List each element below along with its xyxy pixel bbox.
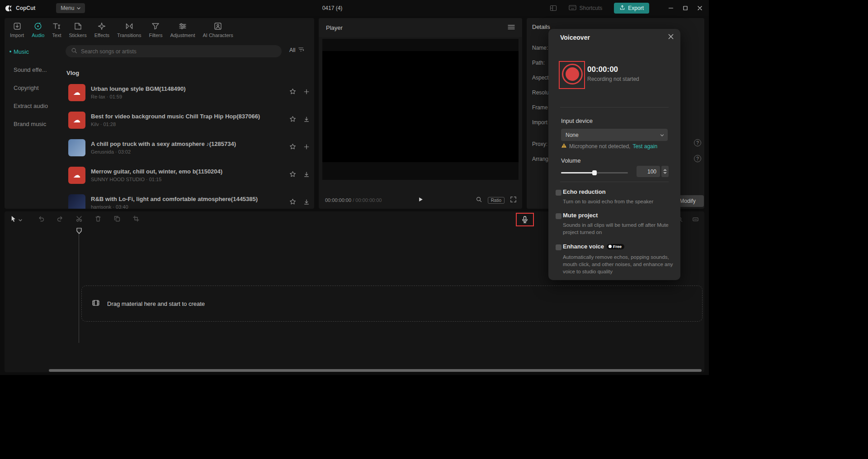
test-again-link[interactable]: Test again <box>632 143 657 150</box>
help-icon[interactable] <box>694 139 701 146</box>
playhead-line <box>79 234 79 343</box>
copy-icon[interactable] <box>113 215 121 224</box>
volume-slider[interactable] <box>561 172 628 173</box>
favorite-star-icon[interactable] <box>289 88 296 97</box>
detail-field-path: Path: <box>532 60 545 66</box>
sidebar-item-copyright[interactable]: Copyright <box>5 79 61 97</box>
stepper-up-icon[interactable] <box>663 169 667 171</box>
close-icon[interactable] <box>668 33 674 42</box>
filters-icon <box>151 22 160 31</box>
split-icon[interactable] <box>75 215 83 224</box>
song-title: R&B with Lo-Fi, light and comfortable at… <box>91 196 289 202</box>
favorite-star-icon[interactable] <box>289 143 296 152</box>
preview-zoom-icon[interactable] <box>476 196 482 205</box>
mic-warning: Microphone not detected, Test again <box>561 143 657 150</box>
cloud-music-logo-icon: ☁ <box>73 88 80 97</box>
volume-slider-thumb[interactable] <box>592 170 597 175</box>
list-item[interactable]: ☁ Urban lounge style BGM(1148490)Re·lax … <box>65 79 314 106</box>
sidebar-item-music[interactable]: Music <box>5 42 61 61</box>
undo-icon[interactable] <box>38 215 45 224</box>
download-icon[interactable] <box>303 199 310 207</box>
tab-effects[interactable]: Effects <box>94 22 109 38</box>
adjustment-icon <box>178 22 187 31</box>
horizontal-scrollbar[interactable] <box>49 369 702 372</box>
detail-field-arrangement: Arrang <box>532 156 548 162</box>
album-art: ☁ <box>68 167 85 184</box>
sort-filter-icon[interactable] <box>298 47 304 54</box>
add-icon[interactable] <box>303 89 310 97</box>
play-button[interactable] <box>417 196 424 205</box>
download-icon[interactable] <box>303 171 310 179</box>
audio-category-sidebar: Music Sound effe... Copyright Extract au… <box>5 42 61 133</box>
tab-stickers[interactable]: Stickers <box>69 22 87 38</box>
volume-stepper[interactable] <box>661 166 669 177</box>
chevron-down-icon <box>77 5 80 11</box>
crop-icon[interactable] <box>132 215 140 224</box>
stepper-down-icon[interactable] <box>663 172 667 174</box>
tab-import[interactable]: Import <box>10 22 24 38</box>
chevron-down-icon <box>19 215 22 224</box>
ratio-button[interactable]: Ratio <box>488 197 505 204</box>
timeline-dropzone[interactable]: Drag material here and start to create <box>81 286 703 322</box>
add-icon[interactable] <box>303 144 310 152</box>
list-item[interactable]: ☁ Best for video background music Chill … <box>65 106 314 134</box>
album-art: ☁ <box>68 84 85 101</box>
chevron-down-icon <box>660 132 664 138</box>
mute-project-label: Mute project <box>563 212 598 219</box>
annotation-record-button <box>559 61 585 89</box>
list-item[interactable]: R&B with Lo-Fi, light and comfortable at… <box>65 189 314 209</box>
export-button[interactable]: Export <box>614 3 649 14</box>
tab-text[interactable]: Text <box>52 22 61 38</box>
enhance-voice-checkbox[interactable] <box>556 244 561 250</box>
dropzone-text: Drag material here and start to create <box>107 300 205 307</box>
detail-field-framerate: Frame <box>532 104 548 111</box>
echo-reduction-desc: Turn on to avoid echo from the speaker <box>563 198 676 205</box>
menu-button[interactable]: Menu <box>56 3 85 13</box>
echo-reduction-label: Echo reduction <box>563 188 606 195</box>
mute-project-checkbox[interactable] <box>556 213 561 219</box>
list-item[interactable]: A chill pop truck with a sexy atmosphere… <box>65 134 314 161</box>
timecode: 00:00:00:00 / 00:00:00:00 <box>325 197 382 203</box>
help-icon[interactable] <box>694 155 701 162</box>
mute-project-desc: Sounds in all clips will be turned off a… <box>563 221 676 236</box>
fit-timeline-icon[interactable] <box>692 216 699 225</box>
fullscreen-icon[interactable] <box>510 196 517 205</box>
tab-transitions[interactable]: Transitions <box>117 22 141 38</box>
redo-icon[interactable] <box>57 215 64 224</box>
sidebar-item-extract-audio[interactable]: Extract audio <box>5 97 61 115</box>
album-art <box>68 139 85 156</box>
favorite-star-icon[interactable] <box>289 171 296 179</box>
playhead[interactable] <box>76 228 82 236</box>
list-item[interactable]: ☁ Merrow guitar, chill out, winter, emo … <box>65 161 314 189</box>
tab-adjustment[interactable]: Adjustment <box>170 22 195 38</box>
tab-audio[interactable]: Audio <box>32 22 44 38</box>
search-input[interactable] <box>81 48 276 55</box>
transitions-icon <box>125 22 134 31</box>
favorite-star-icon[interactable] <box>289 116 296 124</box>
select-tool-button[interactable] <box>10 215 22 224</box>
sidebar-item-brand-music[interactable]: Brand music <box>5 115 61 133</box>
tab-ai-characters[interactable]: AI Characters <box>203 22 233 38</box>
volume-value-input[interactable]: 100 <box>637 166 660 177</box>
favorite-star-icon[interactable] <box>289 198 296 207</box>
input-device-select[interactable]: None <box>561 129 668 141</box>
sidebar-item-sound-effects[interactable]: Sound effe... <box>5 61 61 79</box>
maximize-button[interactable] <box>678 0 693 16</box>
close-button[interactable] <box>693 0 707 16</box>
song-list: ☁ Urban lounge style BGM(1148490)Re·lax … <box>65 79 314 209</box>
filter-all-label[interactable]: All <box>289 47 295 53</box>
minimize-button[interactable] <box>664 0 678 16</box>
layout-panels-icon[interactable] <box>550 5 557 12</box>
enhance-voice-label: Enhance voice Free <box>563 243 624 250</box>
tab-filters[interactable]: Filters <box>149 22 162 38</box>
echo-reduction-checkbox[interactable] <box>556 190 561 196</box>
input-device-label: Input device <box>561 117 593 124</box>
shortcuts-button[interactable]: Shortcuts <box>569 5 603 12</box>
player-title: Player <box>326 24 343 31</box>
delete-icon[interactable] <box>94 215 102 224</box>
download-icon[interactable] <box>303 116 310 124</box>
search-bar[interactable] <box>66 45 282 57</box>
project-title: 0417 (4) <box>296 0 368 16</box>
player-menu-icon[interactable] <box>508 23 515 32</box>
song-meta: Kilv · 01:28 <box>91 122 289 127</box>
